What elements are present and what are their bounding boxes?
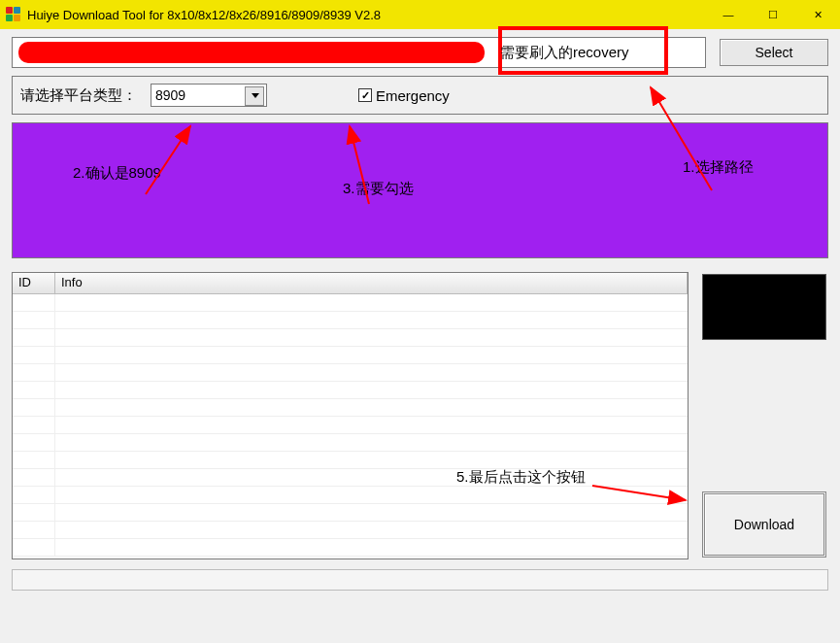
table-row: [13, 487, 688, 504]
path-row: 需要刷入的recovery Select: [12, 37, 828, 68]
bottom-area: ID Info Downl: [12, 272, 828, 559]
minimize-button[interactable]: —: [706, 0, 751, 29]
table-row: [13, 522, 688, 539]
emergency-checkbox-wrap: Emergency: [358, 87, 450, 104]
annotation-5: 5.最后点击这个按钮: [456, 468, 586, 487]
table-row: [13, 347, 688, 364]
purple-panel: 2.确认是8909 3.需要勾选 1.选择路径: [12, 122, 828, 258]
redaction-mark: [18, 42, 485, 63]
path-input[interactable]: 需要刷入的recovery: [12, 37, 706, 68]
table-row: [13, 329, 688, 347]
download-button[interactable]: Download: [702, 491, 826, 558]
status-bar: [12, 569, 828, 591]
table-row: [13, 399, 688, 417]
table-row: [13, 382, 688, 399]
annotation-1: 1.选择路径: [683, 158, 754, 177]
emergency-checkbox[interactable]: [358, 88, 372, 102]
table-row: [13, 452, 688, 469]
table-row: [13, 504, 688, 522]
client-area: 需要刷入的recovery Select 请选择平台类型： 8909 Emerg…: [0, 29, 840, 643]
table-row: [13, 417, 688, 434]
col-id[interactable]: ID: [13, 273, 55, 293]
table-row: [13, 364, 688, 382]
log-table: ID Info: [12, 272, 689, 559]
emergency-label: Emergency: [376, 87, 450, 104]
table-row: [13, 294, 688, 312]
platform-combo-value: 8909: [155, 87, 185, 103]
platform-panel: 请选择平台类型： 8909 Emergency: [12, 76, 828, 115]
maximize-button[interactable]: ☐: [751, 0, 795, 29]
window-controls: — ☐ ✕: [706, 0, 840, 29]
chevron-down-icon: [252, 93, 259, 98]
path-text: 需要刷入的recovery: [500, 44, 629, 62]
platform-label: 请选择平台类型：: [20, 86, 137, 105]
col-info[interactable]: Info: [55, 273, 688, 293]
right-column: Download: [702, 272, 828, 559]
table-body[interactable]: [13, 294, 688, 558]
window-title: Huiye Download Tool for 8x10/8x12/8x26/8…: [27, 8, 706, 22]
annotation-3: 3.需要勾选: [343, 180, 414, 198]
close-button[interactable]: ✕: [795, 0, 840, 29]
select-button[interactable]: Select: [720, 39, 828, 66]
annotation-2: 2.确认是8909: [73, 164, 161, 183]
app-icon: [6, 7, 21, 22]
table-row: [13, 469, 688, 487]
table-row: [13, 539, 688, 557]
titlebar[interactable]: Huiye Download Tool for 8x10/8x12/8x26/8…: [0, 0, 840, 29]
platform-combo[interactable]: 8909: [151, 84, 267, 107]
table-row: [13, 312, 688, 329]
table-row: [13, 434, 688, 452]
preview-box: [702, 274, 826, 340]
table-header: ID Info: [13, 273, 688, 294]
